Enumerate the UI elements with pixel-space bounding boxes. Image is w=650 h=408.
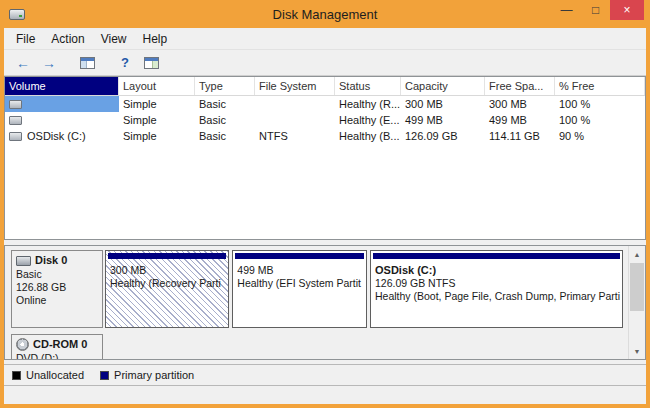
volume-icon (9, 116, 22, 125)
volume-list-header: Volume Layout Type File System Status Ca… (5, 77, 645, 96)
volume-row-efi[interactable]: Simple Basic Healthy (E... 499 MB 499 MB… (5, 112, 645, 128)
back-button[interactable]: ← (12, 53, 34, 73)
window-controls: — □ × (552, 0, 644, 20)
volume-icon (9, 132, 22, 141)
titlebar: Disk Management — □ × (0, 0, 650, 28)
layout-cell: Simple (119, 112, 195, 128)
column-header-capacity[interactable]: Capacity (401, 77, 485, 95)
disk0-title: Disk 0 (16, 254, 98, 267)
partition-size: 499 MB (237, 264, 362, 277)
disk-management-window: Disk Management — □ × File Action View H… (0, 0, 650, 408)
toolbar: ← → ? (4, 50, 646, 76)
menu-file[interactable]: File (8, 29, 43, 49)
cd-rom-icon (16, 338, 29, 351)
pct-free-cell: 100 % (555, 112, 645, 128)
free-space-cell: 300 MB (485, 96, 555, 112)
volume-row-recovery[interactable]: Simple Basic Healthy (R... 300 MB 300 MB… (5, 96, 645, 112)
cdrom-title: CD-ROM 0 (16, 338, 98, 351)
maximize-button[interactable]: □ (581, 0, 610, 20)
scroll-up-icon[interactable]: ▲ (629, 246, 645, 262)
volume-list: Volume Layout Type File System Status Ca… (4, 76, 646, 240)
unallocated-swatch (12, 371, 21, 380)
volume-icon (9, 100, 22, 109)
column-header-pct-free[interactable]: % Free (555, 77, 645, 95)
layout-cell: Simple (119, 128, 195, 144)
volume-name-cell: OSDisk (C:) (5, 128, 119, 144)
window-content: File Action View Help ← → ? Volume Layou… (4, 28, 646, 404)
disk0-row: Disk 0 Basic 126.88 GB Online 300 MB Hea… (11, 250, 623, 328)
type-cell: Basic (195, 96, 255, 112)
console-tree-button[interactable] (76, 53, 98, 73)
pct-free-cell: 100 % (555, 96, 645, 112)
disk0-status: Online (16, 294, 98, 307)
column-header-file-system[interactable]: File System (255, 77, 335, 95)
scroll-down-icon[interactable]: ▼ (629, 343, 645, 359)
status-area (4, 386, 646, 404)
file-system-cell: NTFS (255, 128, 335, 144)
status-cell: Healthy (B... (335, 128, 401, 144)
disk-drive-icon (9, 9, 25, 20)
cdrom-media: DVD (D:) (16, 352, 98, 360)
partition-name: OSDisk (C:) (375, 264, 618, 277)
action-pane-button[interactable] (140, 53, 162, 73)
forward-button[interactable]: → (38, 53, 60, 73)
primary-partition-swatch (100, 371, 109, 380)
type-cell: Basic (195, 128, 255, 144)
cdrom-info[interactable]: CD-ROM 0 DVD (D:) (11, 334, 103, 360)
pct-free-cell: 90 % (555, 128, 645, 144)
column-header-volume[interactable]: Volume (5, 77, 119, 95)
legend-label: Unallocated (26, 369, 84, 381)
menu-help[interactable]: Help (135, 29, 176, 49)
disk0-size: 126.88 GB (16, 281, 98, 294)
column-header-status[interactable]: Status (335, 77, 401, 95)
primary-partition-strip (373, 253, 620, 259)
scrollbar-thumb[interactable] (630, 263, 644, 311)
help-button[interactable]: ? (114, 53, 136, 73)
menu-view[interactable]: View (93, 29, 135, 49)
app-icon[interactable] (9, 9, 25, 20)
legend-label: Primary partition (114, 369, 194, 381)
capacity-cell: 126.09 GB (401, 128, 485, 144)
partition-size: 126.09 GB NTFS (375, 277, 618, 290)
volume-row-osdisk[interactable]: OSDisk (C:) Simple Basic NTFS Healthy (B… (5, 128, 645, 144)
graphical-view: Disk 0 Basic 126.88 GB Online 300 MB Hea… (4, 245, 646, 360)
minimize-button[interactable]: — (552, 0, 581, 20)
disk0-info[interactable]: Disk 0 Basic 126.88 GB Online (11, 250, 103, 328)
primary-partition-strip (235, 253, 364, 259)
legend-item-primary-partition: Primary partition (100, 369, 194, 381)
volume-name: OSDisk (C:) (27, 128, 86, 144)
layout-cell: Simple (119, 96, 195, 112)
menu-bar: File Action View Help (4, 28, 646, 50)
disk-icon (16, 256, 31, 266)
status-cell: Healthy (E... (335, 112, 401, 128)
partition-efi[interactable]: 499 MB Healthy (EFI System Partit (232, 250, 367, 328)
close-button[interactable]: × (610, 0, 644, 20)
partition-status: Healthy (Boot, Page File, Crash Dump, Pr… (375, 290, 618, 303)
legend: Unallocated Primary partition (4, 364, 646, 386)
partition-recovery[interactable]: 300 MB Healthy (Recovery Parti (105, 250, 229, 328)
partition-status: Healthy (Recovery Parti (110, 277, 224, 290)
column-header-layout[interactable]: Layout (119, 77, 195, 95)
free-space-cell: 114.11 GB (485, 128, 555, 144)
file-system-cell (255, 112, 335, 128)
disk0-type: Basic (16, 268, 98, 281)
cdrom-row: CD-ROM 0 DVD (D:) (11, 334, 623, 360)
partition-osdisk[interactable]: OSDisk (C:) 126.09 GB NTFS Healthy (Boot… (370, 250, 623, 328)
capacity-cell: 300 MB (401, 96, 485, 112)
partition-size: 300 MB (110, 264, 224, 277)
legend-item-unallocated: Unallocated (12, 369, 84, 381)
partition-status: Healthy (EFI System Partit (237, 277, 362, 290)
free-space-cell: 499 MB (485, 112, 555, 128)
status-cell: Healthy (R... (335, 96, 401, 112)
menu-action[interactable]: Action (43, 29, 92, 49)
disk0-name: Disk 0 (35, 254, 67, 267)
file-system-cell (255, 96, 335, 112)
column-header-type[interactable]: Type (195, 77, 255, 95)
capacity-cell: 499 MB (401, 112, 485, 128)
console-tree-icon (80, 57, 95, 69)
column-header-free-space[interactable]: Free Spa... (485, 77, 555, 95)
volume-name-cell (5, 96, 119, 112)
action-pane-icon (144, 57, 159, 69)
disk0-partitions: 300 MB Healthy (Recovery Parti 499 MB He… (105, 250, 623, 328)
vertical-scrollbar[interactable]: ▲ ▼ (628, 246, 645, 359)
